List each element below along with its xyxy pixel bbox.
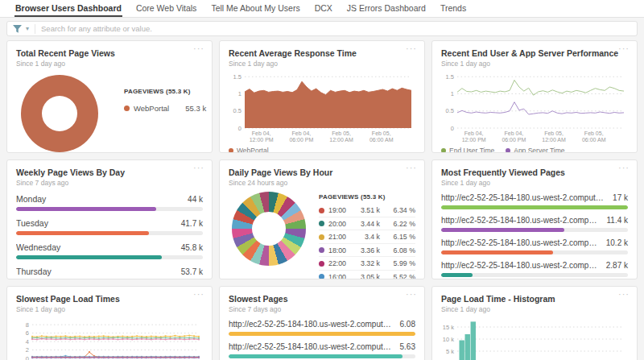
page-url-link[interactable]: http://ec2-52-25-184-180.us-west-2.compu…	[441, 193, 613, 202]
series-label: 22:00	[328, 259, 348, 267]
bar-fill	[441, 250, 553, 254]
widget-slowest-pages: Slowest Pages Since 7 days ago ··· http:…	[219, 286, 425, 360]
search-input[interactable]	[41, 24, 631, 33]
page-url-link[interactable]: http://ec2-52-25-184-180.us-west-2.compu…	[441, 238, 606, 247]
svg-text:Feb 05,: Feb 05,	[372, 130, 391, 136]
widget-page-load-time-histogram: Page Load Time - Histogram Since 1 day a…	[431, 286, 638, 360]
legend-item[interactable]: App Server Time	[506, 147, 564, 153]
series-color-dot	[319, 247, 324, 253]
svg-text:Feb 05,: Feb 05,	[544, 130, 564, 136]
widget-daily-page-views-by-hour: Daily Page Views By Hour Since 24 hours …	[219, 159, 425, 279]
series-percent: 100 %	[206, 104, 213, 113]
dashboard-tab[interactable]: Trends	[440, 0, 467, 17]
bar-fill	[441, 273, 473, 277]
bar-list-item[interactable]: http://ec2-52-25-184-180.us-west-2.compu…	[229, 320, 415, 336]
legend-item[interactable]: WebPortal	[229, 147, 269, 153]
bar-list-item[interactable]: Thursday 53.7 k	[16, 267, 203, 279]
widget-title: Slowest Pages	[229, 294, 415, 304]
dashboard-tab-bar: Browser Users Dashboard Core Web Vitals …	[0, 0, 644, 18]
bar-track	[441, 205, 628, 209]
widget-menu-icon[interactable]: ···	[193, 290, 204, 299]
bar-list-item[interactable]: Wednesday 45.8 k	[16, 242, 203, 259]
pageviews-donut-chart	[21, 75, 98, 152]
widget-menu-icon[interactable]: ···	[618, 44, 630, 53]
series-value: 55.3 k	[169, 104, 206, 113]
legend-header: PAGEVIEWS (55.3 K)	[124, 88, 213, 95]
page-url-link[interactable]: http://ec2-52-25-184-180.us-west-2.compu…	[229, 320, 400, 329]
donut-legend: PAGEVIEWS (55.3 K) WebPortal 55.3 k 100 …	[124, 88, 213, 152]
bar-track	[441, 228, 628, 232]
svg-text:4: 4	[26, 338, 29, 346]
bar-list-item[interactable]: http://ec2-52-25-184-180.us-west-2.compu…	[441, 193, 628, 209]
widget-menu-icon[interactable]: ···	[406, 44, 417, 53]
chart-legend: WebPortal	[229, 147, 415, 153]
widget-most-frequently-viewed-pages: Most Frequently Viewed Pages Since 1 day…	[431, 159, 638, 279]
legend-row[interactable]: 18:00 3.36 k 6.08 %	[319, 243, 415, 257]
legend-rows: 19:00 3.51 k 6.34 % 20:00 3.44 k 6.22 %	[319, 204, 415, 279]
widget-timerange: Since 1 day ago	[16, 305, 203, 313]
dashboard-tab[interactable]: Browser Users Dashboard	[14, 0, 122, 17]
slowest-load-line-chart: 02468Feb 04,12:00 PMFeb 04,06:00 PMFeb 0…	[16, 318, 203, 360]
bar-list-item[interactable]: Monday 44 k	[16, 194, 203, 211]
widget-menu-icon[interactable]: ···	[406, 290, 417, 299]
legend-row[interactable]: WebPortal 55.3 k 100 %	[124, 104, 213, 113]
series-value: 3.36 k	[348, 246, 380, 254]
bar-list-item[interactable]: http://ec2-52-25-184-180.us-west-2.compu…	[229, 342, 415, 358]
widget-menu-icon[interactable]: ···	[193, 44, 204, 53]
chart-legend: End User Time App Server Time	[441, 147, 628, 153]
series-percent: 6.08 %	[380, 246, 415, 254]
legend-row[interactable]: 16:00 3.05 k 5.52 %	[319, 270, 415, 280]
bar-value: 11.4 k	[607, 216, 629, 225]
legend-row[interactable]: 22:00 3.32 k 5.99 %	[319, 256, 415, 270]
widget-menu-icon[interactable]: ···	[406, 163, 417, 172]
legend-row[interactable]: 20:00 3.44 k 6.22 %	[319, 217, 415, 230]
hourly-pageviews-donut-chart	[232, 192, 306, 266]
widget-menu-icon[interactable]: ···	[618, 163, 630, 172]
widget-timerange: Since 24 hours ago	[229, 179, 415, 187]
page-url-link[interactable]: http://ec2-52-25-184-180.us-west-2.compu…	[441, 261, 606, 270]
svg-text:12:00 PM: 12:00 PM	[462, 137, 486, 143]
series-label: End User Time	[449, 147, 494, 153]
page-url-link[interactable]: http://ec2-52-25-184-180.us-west-2.compu…	[441, 216, 607, 225]
chevron-down-icon[interactable]: ▾	[26, 25, 29, 32]
bar-value: 17 k	[613, 193, 628, 202]
bar-track	[441, 273, 628, 277]
donut-area: PAGEVIEWS (55.3 K) WebPortal 55.3 k 100 …	[16, 75, 203, 152]
bar-list-item[interactable]: Tuesday 41.7 k	[16, 218, 203, 235]
svg-text:12:00 AM: 12:00 AM	[542, 137, 566, 143]
response-time-area-chart: 00.511.5Feb 04,12:00 PMFeb 04,06:00 PMFe…	[229, 70, 415, 144]
bar-track	[16, 207, 203, 211]
filter-funnel-icon[interactable]	[13, 25, 22, 33]
svg-text:Feb 04,: Feb 04,	[505, 130, 524, 136]
bar-track	[441, 250, 628, 254]
widget-menu-icon[interactable]: ···	[618, 290, 630, 299]
load-time-histogram-chart: 5 k10 k15 k	[441, 317, 628, 360]
legend-row[interactable]: 21:00 3.4 k 6.15 %	[319, 230, 415, 243]
legend-item[interactable]: End User Time	[441, 147, 494, 153]
bar-track	[229, 332, 415, 336]
dashboard-tab[interactable]: DCX	[314, 0, 333, 17]
legend-row[interactable]: 19:00 3.51 k 6.34 %	[319, 204, 415, 217]
bar-list-item[interactable]: http://ec2-52-25-184-180.us-west-2.compu…	[441, 261, 628, 277]
widget-timerange: Since 1 day ago	[441, 60, 628, 68]
series-label: 16:00	[328, 273, 348, 280]
dashboard-tab[interactable]: Tell Me About My Users	[210, 0, 300, 17]
series-color-dot	[319, 274, 324, 279]
svg-text:0.5: 0.5	[446, 107, 454, 114]
svg-text:5 k: 5 k	[446, 348, 454, 355]
bar-fill	[16, 255, 162, 259]
widget-title: Recent End User & App Server Performance	[441, 48, 628, 58]
dashboard-tab[interactable]: Core Web Vitals	[135, 0, 197, 17]
svg-text:0: 0	[238, 125, 242, 132]
performance-line-chart: 00.511.5Feb 04,12:00 PMFeb 04,06:00 PMFe…	[441, 70, 628, 144]
bar-list-item[interactable]: http://ec2-52-25-184-180.us-west-2.compu…	[441, 216, 628, 232]
svg-text:10 k: 10 k	[443, 336, 454, 343]
legend-rows: WebPortal 55.3 k 100 %	[124, 104, 213, 113]
bar-list-item[interactable]: http://ec2-52-25-184-180.us-west-2.compu…	[441, 238, 628, 254]
dashboard-tab[interactable]: JS Errors Dashboard	[346, 0, 427, 17]
series-color-dot	[506, 148, 510, 153]
widget-menu-icon[interactable]: ···	[193, 163, 204, 172]
series-color-dot	[229, 148, 233, 153]
page-url-link[interactable]: http://ec2-52-25-184-180.us-west-2.compu…	[229, 342, 400, 351]
bar-value: 45.8 k	[181, 243, 203, 252]
